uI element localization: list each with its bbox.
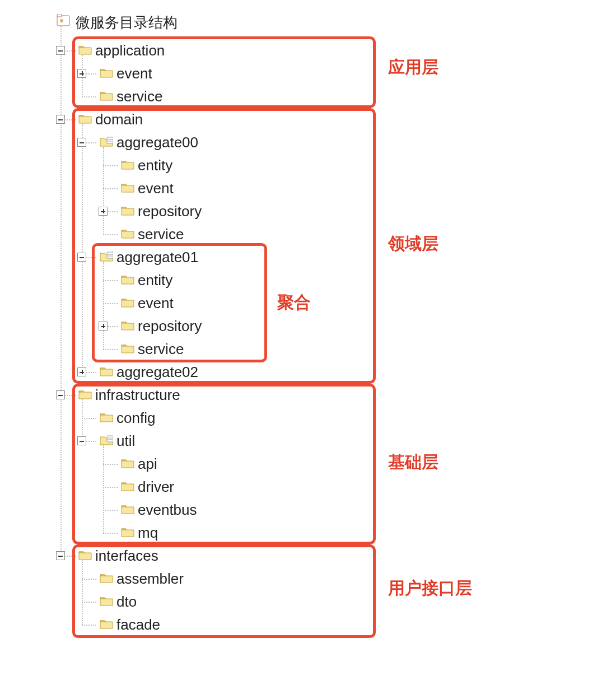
folder-config[interactable]: config (116, 407, 155, 429)
folder-icon (78, 114, 92, 124)
annotation-infrastructure: 基础层 (388, 451, 438, 474)
folder-aggregate02[interactable]: aggregate02 (116, 361, 198, 383)
folder-application-service[interactable]: service (116, 85, 162, 108)
expand-toggle-agg00[interactable] (77, 138, 86, 147)
folder-util-eventbus[interactable]: eventbus (138, 499, 197, 521)
folder-icon (121, 160, 134, 170)
folder-dto[interactable]: dto (116, 590, 137, 613)
folder-icon (121, 343, 134, 353)
annotation-interfaces: 用户接口层 (388, 577, 472, 600)
folder-icon (78, 550, 92, 560)
expand-toggle-interfaces[interactable] (56, 551, 65, 560)
expand-toggle-application-event[interactable] (77, 69, 86, 78)
folder-icon (100, 366, 113, 376)
folder-interfaces[interactable]: interfaces (95, 544, 158, 567)
folder-aggregate01[interactable]: aggregate01 (116, 246, 198, 268)
package-root-icon (56, 14, 72, 27)
folder-agg01-repository[interactable]: repository (138, 315, 202, 337)
folder-agg01-event[interactable]: event (138, 292, 174, 314)
folder-icon (100, 68, 113, 78)
expand-toggle-agg01-repository[interactable] (99, 322, 108, 330)
folder-icon (121, 527, 134, 537)
expand-toggle-agg01[interactable] (77, 253, 86, 262)
folder-icon (121, 504, 134, 514)
root-label: 微服务目录结构 (76, 11, 178, 34)
folder-agg00-entity[interactable]: entity (138, 154, 172, 176)
folder-application[interactable]: application (95, 39, 165, 62)
folder-agg00-repository[interactable]: repository (138, 200, 202, 222)
folder-icon (121, 206, 134, 216)
folder-util[interactable]: util (116, 430, 135, 452)
package-folder-icon (100, 435, 113, 445)
expand-toggle-application[interactable] (56, 46, 65, 55)
folder-agg00-service[interactable]: service (138, 223, 184, 245)
expand-toggle-agg00-repository[interactable] (99, 207, 108, 216)
folder-icon (78, 45, 92, 55)
folder-icon (100, 619, 113, 629)
annotation-application: 应用层 (388, 56, 438, 79)
expand-toggle-util[interactable] (77, 436, 86, 445)
folder-icon (100, 596, 113, 606)
folder-icon (121, 229, 134, 239)
folder-icon (121, 320, 134, 330)
folder-domain[interactable]: domain (95, 108, 143, 131)
folder-agg01-entity[interactable]: entity (138, 269, 172, 291)
folder-icon (121, 458, 134, 468)
folder-agg00-event[interactable]: event (138, 177, 174, 199)
folder-util-api[interactable]: api (138, 453, 157, 475)
folder-icon (100, 412, 113, 422)
folder-aggregate00[interactable]: aggregate00 (116, 131, 198, 153)
folder-icon (100, 91, 113, 101)
folder-agg01-service[interactable]: service (138, 338, 184, 360)
folder-assembler[interactable]: assembler (116, 567, 184, 590)
folder-facade[interactable]: facade (116, 613, 160, 636)
folder-util-driver[interactable]: driver (138, 476, 174, 498)
folder-icon (121, 183, 134, 193)
folder-util-mq[interactable]: mq (138, 522, 158, 544)
expand-toggle-agg02[interactable] (77, 367, 86, 376)
package-folder-icon (100, 137, 113, 147)
folder-icon (121, 297, 134, 308)
folder-application-event[interactable]: event (116, 62, 152, 85)
folder-infrastructure[interactable]: infrastructure (95, 384, 180, 406)
expand-toggle-infrastructure[interactable] (56, 390, 65, 399)
folder-icon (78, 389, 92, 399)
expand-toggle-domain[interactable] (56, 115, 65, 124)
annotation-domain: 领域层 (388, 232, 438, 255)
folder-icon (121, 481, 134, 491)
annotation-aggregate01: 聚合 (277, 291, 311, 314)
folder-icon (100, 573, 113, 583)
package-folder-icon (100, 252, 113, 262)
folder-icon (121, 274, 134, 285)
